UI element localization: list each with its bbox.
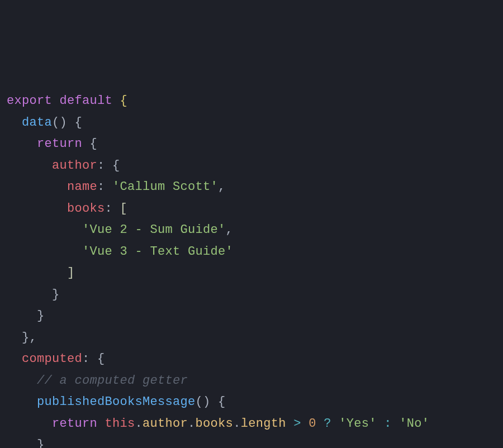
brace-open: {: [120, 94, 128, 108]
colon: :: [97, 159, 105, 173]
dot: .: [188, 417, 196, 431]
code-line: return {: [7, 134, 496, 155]
bracket-open: [: [120, 202, 128, 216]
code-line: computed: {: [7, 349, 496, 370]
brace-open: {: [112, 159, 120, 173]
string-yes: 'Yes': [339, 417, 377, 431]
code-line: return this.author.books.length > 0 ? 'Y…: [7, 413, 496, 435]
code-line: data() {: [7, 112, 496, 134]
keyword-default: default: [60, 94, 113, 108]
paren: (): [52, 116, 67, 130]
string-value: 'Vue 2 - Sum Guide': [82, 223, 226, 237]
colon: :: [82, 352, 90, 366]
string-no: 'No': [399, 417, 429, 431]
colon: :: [97, 180, 105, 194]
bracket-close: ]: [67, 266, 75, 280]
operator-colon: :: [384, 417, 392, 431]
comma: ,: [226, 223, 234, 237]
code-line: }: [7, 306, 496, 327]
code-line: author: {: [7, 155, 496, 177]
brace-open: {: [97, 352, 105, 366]
member-books: books: [196, 417, 234, 431]
brace-open: {: [90, 137, 98, 151]
method-publishedBooksMessage: publishedBooksMessage: [37, 395, 196, 409]
code-line: books: [: [7, 198, 496, 220]
method-data: data: [22, 116, 52, 130]
property-name: name: [67, 180, 97, 194]
code-line: publishedBooksMessage() {: [7, 392, 496, 413]
code-line: 'Vue 3 - Text Guide': [7, 241, 496, 263]
code-line: // a computed getter: [7, 370, 496, 392]
keyword-return: return: [37, 137, 82, 151]
paren: (): [196, 395, 211, 409]
property-computed: computed: [22, 352, 82, 366]
comment: // a computed getter: [37, 374, 188, 388]
number-zero: 0: [309, 417, 316, 431]
brace-close: }: [37, 309, 45, 323]
code-line: 'Vue 2 - Sum Guide',: [7, 220, 496, 241]
brace-close: }: [22, 331, 30, 345]
brace-open: {: [75, 116, 83, 130]
brace-close: }: [37, 438, 45, 448]
string-value: 'Vue 3 - Text Guide': [82, 245, 233, 259]
code-editor[interactable]: export default { data() { return { autho…: [7, 90, 496, 448]
code-line: ]: [7, 263, 496, 284]
keyword-return: return: [52, 417, 97, 431]
code-line: export default {: [7, 90, 496, 112]
property-author: author: [52, 159, 97, 173]
code-line: }: [7, 284, 496, 306]
keyword-export: export: [7, 94, 52, 108]
comma: ,: [218, 180, 226, 194]
dot: .: [135, 417, 143, 431]
colon: :: [105, 202, 113, 216]
comma: ,: [30, 331, 37, 345]
string-value: 'Callum Scott': [112, 180, 218, 194]
member-author: author: [143, 417, 188, 431]
code-line: },: [7, 327, 496, 349]
code-line: }: [7, 435, 496, 448]
code-line: name: 'Callum Scott',: [7, 177, 496, 198]
property-books: books: [67, 202, 105, 216]
keyword-this: this: [105, 417, 135, 431]
operator-gt: >: [293, 417, 301, 431]
brace-close: }: [52, 288, 60, 302]
member-length: length: [241, 417, 286, 431]
dot: .: [233, 417, 241, 431]
operator-qmark: ?: [324, 417, 331, 431]
brace-open: {: [218, 395, 226, 409]
